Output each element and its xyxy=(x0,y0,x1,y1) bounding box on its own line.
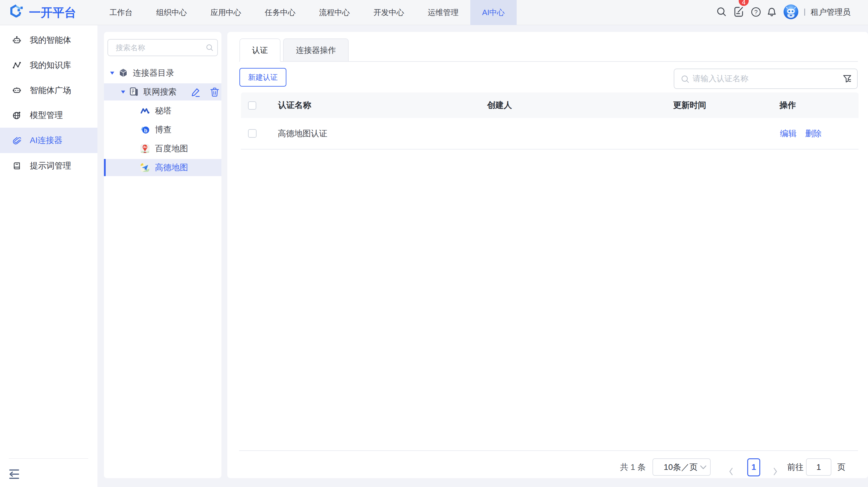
svg-text:b: b xyxy=(144,128,147,134)
svg-text:du: du xyxy=(143,145,147,149)
svg-text:?: ? xyxy=(754,8,757,15)
